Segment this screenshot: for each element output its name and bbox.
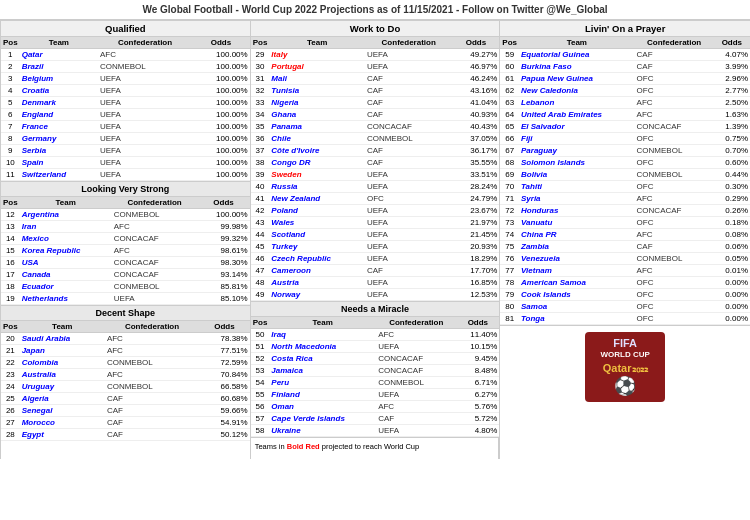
team-cell: USA [20,257,112,269]
pos-cell: 37 [251,145,270,157]
conf-cell: AFC [105,345,199,357]
team-cell: Vietnam [519,265,635,277]
conf-cell: AFC [635,265,714,277]
pos-cell: 20 [1,333,20,345]
team-cell: Morocco [20,417,105,429]
table-row: 58UkraineUEFA4.80% [251,425,500,437]
table-row: 39SwedenUEFA33.51% [251,169,500,181]
odds-cell: 21.45% [452,229,499,241]
table-row: 76VenezuelaCONMEBOL0.05% [500,253,750,265]
team-cell: Solomon Islands [519,157,635,169]
team-cell: Cameroon [269,265,365,277]
team-cell: Algeria [20,393,105,405]
team-cell: Tonga [519,313,635,325]
conf-cell: UEFA [365,205,453,217]
conf-cell: CAF [635,61,714,73]
pos-cell: 32 [251,85,270,97]
conf-cell: UEFA [98,133,192,145]
needs-miracle-header: Needs a Miracle [251,301,500,317]
team-cell: Saudi Arabia [20,333,105,345]
pos-cell: 79 [500,289,519,301]
conf-cell: CAF [365,157,453,169]
team-cell: Argentina [20,209,112,221]
odds-cell: 16.85% [452,277,499,289]
pos-cell: 63 [500,97,519,109]
team-cell: Mali [269,73,365,85]
team-cell: Netherlands [20,293,112,305]
team-cell: Ghana [269,109,365,121]
odds-cell: 1.39% [714,121,750,133]
table-row: 24UruguayCONMEBOL66.58% [1,381,250,393]
odds-cell: 49.27% [452,49,499,61]
table-row: 38Congo DRCAF35.55% [251,157,500,169]
team-cell: Iran [20,221,112,233]
col-odds: Odds [452,37,499,49]
conf-cell: CAF [105,393,199,405]
conf-cell: UEFA [112,293,198,305]
table-row: 34GhanaCAF40.93% [251,109,500,121]
table-row: 62New CaledoniaOFC2.77% [500,85,750,97]
conf-cell: UEFA [98,109,192,121]
team-cell: Qatar [20,49,98,61]
team-cell: New Zealand [269,193,365,205]
conf-cell: CAF [365,265,453,277]
table-row: 44ScotlandUEFA21.45% [251,229,500,241]
odds-cell: 18.29% [452,253,499,265]
decent-shape-header: Decent Shape [1,305,250,321]
team-cell: United Arab Emirates [519,109,635,121]
col-odds: Odds [192,37,250,49]
odds-cell: 0.06% [714,241,750,253]
odds-cell: 2.50% [714,97,750,109]
odds-cell: 3.99% [714,61,750,73]
team-cell: Papua New Guinea [519,73,635,85]
odds-cell: 50.12% [199,429,249,441]
table-row: 78American SamoaOFC0.00% [500,277,750,289]
team-cell: Colombia [20,357,105,369]
conf-cell: CAF [365,73,453,85]
table-row: 11SwitzerlandUEFA100.00% [1,169,250,181]
conf-cell: CONCACAF [112,257,198,269]
odds-cell: 0.26% [714,205,750,217]
conf-cell: CONMEBOL [365,133,453,145]
col-team: Team [20,37,98,49]
team-cell: Czech Republic [269,253,365,265]
conf-cell: UEFA [98,169,192,181]
team-cell: Serbia [20,145,98,157]
pos-cell: 3 [1,73,20,85]
team-cell: Paraguay [519,145,635,157]
col-team: Team [20,197,112,209]
team-cell: Ukraine [269,425,376,437]
team-cell: North Macedonia [269,341,376,353]
odds-cell: 33.51% [452,169,499,181]
col-conf: Confederation [365,37,453,49]
conf-cell: AFC [635,193,714,205]
conf-cell: CAF [105,429,199,441]
odds-cell: 0.00% [714,313,750,325]
conf-cell: AFC [635,97,714,109]
conf-cell: UEFA [365,49,453,61]
team-cell: Canada [20,269,112,281]
odds-cell: 10.15% [456,341,499,353]
pos-cell: 21 [1,345,20,357]
odds-cell: 23.67% [452,205,499,217]
team-cell: Venezuela [519,253,635,265]
table-row: 75ZambiaCAF0.06% [500,241,750,253]
odds-cell: 40.43% [452,121,499,133]
table-row: 12ArgentinaCONMEBOL100.00% [1,209,250,221]
team-cell: Costa Rica [269,353,376,365]
col-conf: Confederation [112,197,198,209]
conf-cell: CONMEBOL [635,169,714,181]
pos-cell: 35 [251,121,270,133]
pos-cell: 43 [251,217,270,229]
odds-cell: 5.76% [456,401,499,413]
team-cell: China PR [519,229,635,241]
pos-cell: 6 [1,109,20,121]
table-row: 32TunisiaCAF43.16% [251,85,500,97]
needs-miracle-table: Pos Team Confederation Odds 50IraqAFC11.… [251,317,500,437]
odds-cell: 98.30% [197,257,249,269]
conf-cell: CAF [635,241,714,253]
odds-cell: 1.63% [714,109,750,121]
table-row: 77VietnamAFC0.01% [500,265,750,277]
pos-cell: 39 [251,169,270,181]
decent-shape-table: Pos Team Confederation Odds 20Saudi Arab… [1,321,250,441]
